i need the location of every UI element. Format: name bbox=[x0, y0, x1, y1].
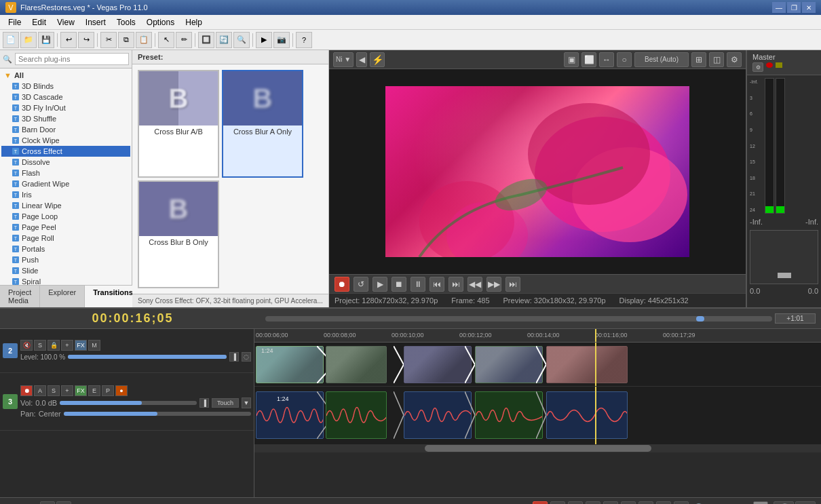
next-frame-btn[interactable]: ⏭ bbox=[448, 277, 463, 292]
hscroll-thumb[interactable] bbox=[425, 445, 651, 452]
preview-circle-btn[interactable]: ○ bbox=[617, 52, 632, 67]
rate-next-btn[interactable]: ▶ bbox=[56, 501, 71, 504]
audio-mute-btn[interactable]: ⏺ bbox=[20, 385, 33, 396]
audio-env-btn[interactable]: E bbox=[88, 385, 100, 396]
preview-zoom-btn[interactable]: ↔ bbox=[599, 52, 614, 67]
video-clip-4[interactable] bbox=[475, 346, 543, 383]
video-clip-2[interactable] bbox=[326, 346, 387, 383]
end-btn[interactable]: ⏭ bbox=[505, 277, 520, 292]
video-clip-5[interactable] bbox=[546, 346, 628, 383]
tree-item-pageroll[interactable]: T Page Roll bbox=[1, 233, 130, 244]
prev-btn-bottom[interactable]: ◀◀ bbox=[638, 501, 653, 504]
preview-flash-btn[interactable]: ⚡ bbox=[370, 52, 385, 67]
tree-item-spiral[interactable]: T Spiral bbox=[1, 276, 130, 285]
tree-item-3dblinds[interactable]: T 3D Blinds bbox=[1, 81, 130, 92]
fader-handle[interactable] bbox=[778, 273, 791, 278]
preset-item-bonly[interactable]: B Cross Blur B Only bbox=[138, 180, 219, 288]
stop-button[interactable]: ⏹ bbox=[392, 277, 406, 292]
video-clip-3[interactable] bbox=[404, 346, 472, 383]
tree-item-clockwipe[interactable]: T Clock Wipe bbox=[1, 135, 130, 146]
record-btn-bottom[interactable]: ⏺ bbox=[533, 501, 548, 504]
tree-item-pageloop[interactable]: T Page Loop bbox=[1, 211, 130, 222]
preview-settings-btn[interactable]: ⚙ bbox=[727, 52, 742, 67]
menu-file[interactable]: File bbox=[3, 16, 26, 28]
stop-btn-bottom[interactable]: ⏸ bbox=[586, 501, 600, 504]
tree-item-iris[interactable]: T Iris bbox=[1, 189, 130, 200]
tree-item-slide[interactable]: T Slide bbox=[1, 265, 130, 276]
cut-button[interactable]: ✂ bbox=[100, 32, 117, 48]
play-btn-bottom[interactable]: ▶ bbox=[568, 501, 583, 504]
tree-item-linearwipe[interactable]: T Linear Wipe bbox=[1, 200, 130, 211]
play-button[interactable]: ▶ bbox=[373, 277, 387, 292]
timecode-settings-btn[interactable]: ▼ bbox=[753, 501, 768, 504]
menu-tools[interactable]: Tools bbox=[111, 16, 141, 28]
select-button[interactable]: ↖ bbox=[158, 32, 174, 48]
redo-button[interactable]: ↪ bbox=[78, 32, 94, 48]
menu-options[interactable]: Options bbox=[141, 16, 180, 28]
prev-frame-btn[interactable]: ⏮ bbox=[429, 277, 444, 292]
audio-clip-5[interactable] bbox=[546, 391, 628, 439]
undo-button[interactable]: ↩ bbox=[60, 32, 77, 48]
ffwd-btn-bottom[interactable]: ⏭ bbox=[603, 501, 618, 504]
capture-button[interactable]: 📷 bbox=[273, 32, 290, 48]
audio-clip-3[interactable] bbox=[404, 391, 472, 439]
preview-grid-btn[interactable]: ⊞ bbox=[691, 52, 706, 67]
level-slider[interactable] bbox=[68, 355, 227, 359]
video-fx-btn[interactable]: FX bbox=[75, 340, 87, 351]
take-btn[interactable]: 📼 bbox=[795, 501, 816, 504]
audio-plugin-btn[interactable]: ● bbox=[115, 385, 128, 396]
tree-item-3dflyin[interactable]: T 3D Fly In/Out bbox=[1, 102, 130, 113]
copy-button[interactable]: ⧉ bbox=[118, 32, 134, 48]
rewind-btn-bottom[interactable]: ⏮ bbox=[621, 501, 636, 504]
pause-button[interactable]: ⏸ bbox=[411, 277, 425, 292]
zoom-button[interactable]: 🔍 bbox=[233, 32, 250, 48]
prev-mark-btn[interactable]: ◀◀ bbox=[467, 277, 482, 292]
tree-item-all[interactable]: ▼ All bbox=[1, 70, 130, 81]
render-button[interactable]: ▶ bbox=[256, 32, 272, 48]
video-solo-btn[interactable]: S bbox=[34, 340, 46, 351]
end-btn-bottom[interactable]: ⏭ bbox=[674, 501, 689, 504]
preset-item-aonly[interactable]: B Cross Blur A Only bbox=[222, 70, 303, 178]
help-tb-button[interactable]: ? bbox=[296, 32, 312, 48]
tree-item-gradientwipe[interactable]: T Gradient Wipe bbox=[1, 178, 130, 189]
preview-clip-btn[interactable]: ▣ bbox=[564, 52, 579, 67]
record-button[interactable]: ⏺ bbox=[335, 277, 349, 292]
master-settings-btn[interactable]: ⚙ bbox=[752, 62, 763, 72]
level-reset-btn[interactable]: ▐ bbox=[229, 352, 239, 362]
search-input[interactable] bbox=[15, 53, 129, 65]
loop-btn-bottom[interactable]: ↺ bbox=[550, 501, 565, 504]
audio-clip-1[interactable]: 1:24 bbox=[256, 391, 324, 439]
tree-item-dissolve[interactable]: T Dissolve bbox=[1, 157, 130, 168]
pan-slider[interactable] bbox=[64, 412, 251, 416]
minimize-button[interactable]: — bbox=[772, 2, 786, 13]
tree-item-3dcascade[interactable]: T 3D Cascade bbox=[1, 92, 130, 102]
video-motion-btn[interactable]: M bbox=[88, 340, 100, 351]
resize-handle[interactable] bbox=[5, 34, 11, 504]
vol-arrow-btn[interactable]: ▼ bbox=[242, 398, 251, 408]
preset-item-ab[interactable]: B Cross Blur A/B bbox=[138, 70, 219, 178]
audio-solo-btn[interactable]: S bbox=[47, 385, 60, 396]
touch-mode-btn[interactable]: Touch bbox=[212, 398, 239, 408]
next-mark-btn[interactable]: ▶▶ bbox=[486, 277, 501, 292]
video-lock-btn[interactable]: 🔒 bbox=[47, 340, 60, 351]
loop-play-btn[interactable]: ↺ bbox=[354, 277, 368, 292]
audio-wave-btn[interactable]: 🔊 bbox=[774, 501, 794, 504]
audio-expand-btn[interactable]: + bbox=[61, 385, 73, 396]
tree-item-push[interactable]: T Push bbox=[1, 254, 130, 265]
level-norm-btn[interactable]: ◌ bbox=[242, 352, 251, 362]
audio-clip-4[interactable] bbox=[475, 391, 543, 439]
tree-item-barndoor[interactable]: T Barn Door bbox=[1, 124, 130, 135]
video-expand-btn[interactable]: + bbox=[61, 340, 73, 351]
close-button[interactable]: ✕ bbox=[802, 2, 816, 13]
audio-fx-btn[interactable]: FX bbox=[75, 385, 87, 396]
snap-button[interactable]: 🔲 bbox=[198, 32, 214, 48]
edit-button[interactable]: ✏ bbox=[176, 32, 192, 48]
timeline-position-bar[interactable] bbox=[265, 316, 772, 322]
next-btn-bottom[interactable]: ▶▶ bbox=[656, 501, 671, 504]
audio-clip-2[interactable] bbox=[326, 391, 387, 439]
menu-view[interactable]: View bbox=[52, 16, 80, 28]
tree-item-3dshuffle[interactable]: T 3D Shuffle bbox=[1, 113, 130, 124]
preview-frame-btn[interactable]: ⬜ bbox=[581, 52, 596, 67]
preview-option-btn[interactable]: Ni ▼ bbox=[333, 52, 354, 67]
timeline-hscrollbar[interactable] bbox=[254, 444, 821, 452]
